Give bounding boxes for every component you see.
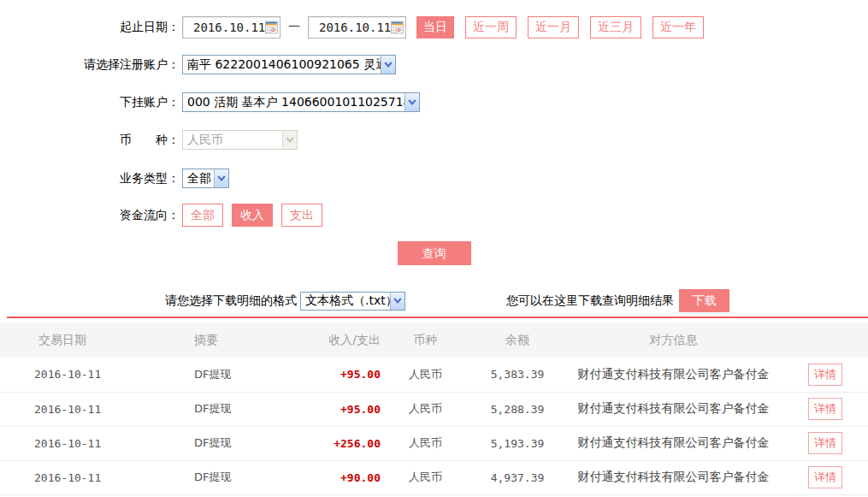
col-header-balance: 余额 — [470, 323, 564, 358]
cell-amount: +95.00 — [299, 392, 381, 426]
fund-flow-label: 资金流向： — [0, 208, 182, 223]
sub-account-value: 000 活期 基本户 1406600101102571848 — [183, 95, 404, 110]
date-range-label: 起止日期： — [0, 20, 182, 35]
chevron-down-icon — [282, 131, 297, 149]
cell-counterparty: 财付通支付科技有限公司客户备付金 — [564, 426, 782, 460]
col-header-summary: 摘要 — [194, 323, 299, 358]
cell-date: 2016-10-11 — [0, 392, 194, 426]
cell-currency: 人民币 — [381, 426, 470, 460]
cell-amount: +256.00 — [299, 426, 381, 460]
quick-range-today-button[interactable]: 当日 — [416, 16, 454, 38]
download-format-label: 请您选择下载明细的格式 — [165, 293, 297, 309]
cell-amount: +95.00 — [299, 358, 381, 392]
quick-range-year-button[interactable]: 近一年 — [652, 16, 704, 38]
fund-flow-income-button[interactable]: 收入 — [232, 204, 273, 227]
cell-summary: DF提现 — [194, 358, 299, 392]
sub-account-select[interactable]: 000 活期 基本户 1406600101102571848 — [182, 92, 420, 112]
cell-balance: 5,383.39 — [470, 358, 564, 392]
col-header-currency: 币种 — [381, 323, 470, 358]
cell-counterparty: 财付通支付科技有限公司客户备付金 — [564, 358, 782, 392]
cell-amount: +90.00 — [299, 460, 381, 494]
table-row: 2016-10-11 DF提现 +256.00 人民币 5,193.39 财付通… — [0, 426, 868, 460]
cell-date: 2016-10-11 — [0, 426, 194, 460]
business-type-select[interactable]: 全部 — [182, 169, 229, 188]
detail-button[interactable]: 详情 — [808, 432, 842, 454]
download-format-value: 文本格式（.txt） — [301, 293, 390, 309]
cell-summary: DF提现 — [194, 460, 299, 494]
currency-label: 币 种： — [0, 133, 182, 148]
table-header-row: 交易日期 摘要 收入/支出 币种 余额 对方信息 — [0, 323, 868, 358]
query-button[interactable]: 查询 — [398, 241, 471, 265]
download-row: 请您选择下载明细的格式 文本格式（.txt） 您可以在这里下载查询明细结果 下载 — [0, 289, 868, 312]
table-row: 2016-10-11 DF提现 +95.00 人民币 5,383.39 财付通支… — [0, 358, 868, 392]
cell-summary: DF提现 — [194, 426, 299, 460]
currency-row: 币 种： 人民币 — [0, 130, 868, 150]
table-row: 2016-10-11 DF提现 +95.00 人民币 5,288.39 财付通支… — [0, 392, 868, 426]
registered-account-select[interactable]: 南平 6222001406100921065 灵通卡 — [182, 55, 396, 74]
query-row: 查询 — [0, 241, 868, 265]
date-range-row: 起止日期： 2016.10.11 一 2016.10.11 — [0, 16, 868, 38]
detail-button[interactable]: 详情 — [808, 398, 842, 420]
chevron-down-icon — [390, 293, 404, 310]
cell-currency: 人民币 — [381, 460, 470, 494]
fund-flow-expense-button[interactable]: 支出 — [281, 204, 322, 227]
download-format-select[interactable]: 文本格式（.txt） — [300, 292, 405, 311]
detail-button[interactable]: 详情 — [808, 364, 842, 386]
transaction-query-page: 起止日期： 2016.10.11 一 2016.10.11 — [0, 16, 868, 497]
detail-button[interactable]: 详情 — [808, 466, 842, 488]
calendar-icon[interactable] — [391, 19, 404, 36]
business-type-value: 全部 — [183, 171, 214, 186]
sub-account-label: 下挂账户： — [0, 95, 182, 110]
cell-currency: 人民币 — [381, 358, 470, 392]
cell-date: 2016-10-11 — [0, 460, 194, 494]
cell-counterparty: 财付通支付科技有限公司客户备付金 — [564, 460, 782, 494]
chevron-down-icon — [214, 169, 228, 187]
date-separator: 一 — [288, 20, 300, 35]
download-hint: 您可以在这里下载查询明细结果 — [506, 293, 674, 309]
start-date-value: 2016.10.11 — [193, 21, 265, 34]
sub-account-row: 下挂账户： 000 活期 基本户 1406600101102571848 — [0, 92, 868, 112]
cell-summary: DF提现 — [194, 392, 299, 426]
chevron-down-icon — [404, 93, 419, 111]
start-date-input[interactable]: 2016.10.11 — [182, 16, 280, 38]
end-date-input[interactable]: 2016.10.11 — [308, 16, 406, 38]
business-type-label: 业务类型： — [0, 171, 182, 186]
currency-select: 人民币 — [182, 130, 298, 150]
fund-flow-all-button[interactable]: 全部 — [182, 204, 223, 227]
registered-account-label: 请选择注册账户： — [0, 57, 182, 73]
col-header-date: 交易日期 — [0, 323, 194, 358]
table-row: 2016-10-11 DF提现 +90.00 人民币 4,937.39 财付通支… — [0, 460, 868, 494]
table-top-divider — [7, 317, 868, 318]
chevron-down-icon — [381, 56, 395, 74]
cell-balance: 4,937.39 — [470, 460, 564, 494]
col-header-counterparty: 对方信息 — [564, 323, 782, 358]
quick-range-week-button[interactable]: 近一周 — [465, 16, 517, 38]
fund-flow-row: 资金流向： 全部 收入 支出 — [0, 204, 868, 227]
cell-date: 2016-10-11 — [0, 358, 194, 392]
calendar-icon[interactable] — [265, 19, 278, 36]
cell-currency: 人民币 — [381, 392, 470, 426]
col-header-amount: 收入/支出 — [299, 323, 381, 358]
business-type-row: 业务类型： 全部 — [0, 168, 868, 189]
quick-range-quarter-button[interactable]: 近三月 — [590, 16, 641, 38]
cell-balance: 5,288.39 — [470, 392, 564, 426]
col-header-actions — [782, 323, 868, 358]
end-date-value: 2016.10.11 — [319, 21, 391, 34]
currency-value: 人民币 — [183, 133, 282, 148]
download-button[interactable]: 下载 — [679, 289, 729, 312]
registered-account-row: 请选择注册账户： 南平 6222001406100921065 灵通卡 — [0, 55, 868, 74]
cell-balance: 5,193.39 — [470, 426, 564, 460]
cell-counterparty: 财付通支付科技有限公司客户备付金 — [564, 392, 782, 426]
quick-range-month-button[interactable]: 近一月 — [528, 16, 579, 38]
registered-account-value: 南平 6222001406100921065 灵通卡 — [183, 57, 381, 73]
transactions-table: 交易日期 摘要 收入/支出 币种 余额 对方信息 2016-10-11 DF提现… — [0, 323, 868, 495]
